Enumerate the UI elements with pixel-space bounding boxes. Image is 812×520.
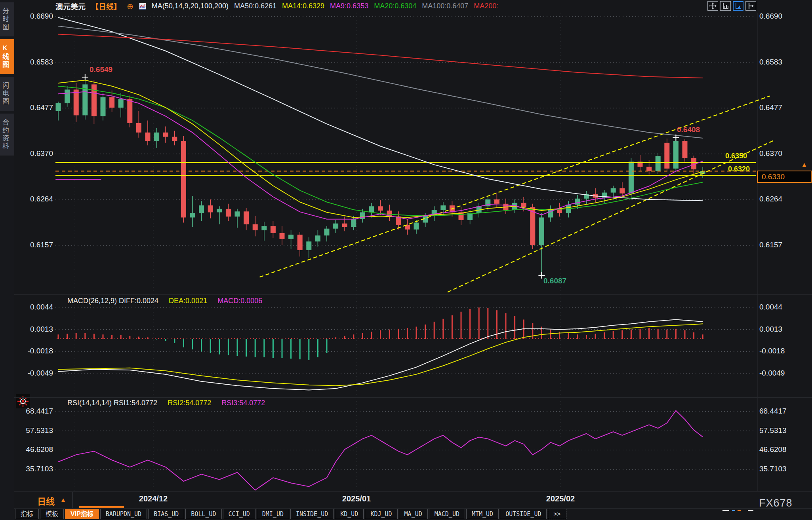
tab-cci_ud[interactable]: CCI_UD (223, 509, 255, 519)
tab-outside_ud[interactable]: OUTSIDE_UD (500, 509, 547, 519)
tab-boll_ud[interactable]: BOLL_UD (185, 509, 221, 519)
chart-header: 澳元美元 【日线】 ⊕ MA(50,14,9,20,100,200) MA50:… (55, 1, 498, 11)
area-scale-icon[interactable] (733, 1, 743, 11)
divider (14, 492, 812, 492)
candles-layer (56, 77, 705, 275)
symbol-title: 澳元美元 (55, 1, 86, 11)
rsi1-label: RSI(14,14,14) RSI1:54.0772 (67, 399, 157, 407)
price-up-arrow-icon: ▲ (801, 161, 808, 169)
rsi3-label: RSI3:54.0772 (221, 399, 265, 407)
ma-legend-item-3: MA20:0.6304 (374, 2, 416, 10)
ma-legend-item-1: MA14:0.6329 (282, 2, 324, 10)
annotation-recent-high: 0.6408 (677, 125, 700, 134)
timeframe-dropdown-icon[interactable]: ▲ (60, 496, 66, 503)
annotation-swing-low: 0.6087 (543, 277, 566, 285)
ma-legend: MA50:0.6261MA14:0.6329MA9:0.6353MA20:0.6… (234, 2, 498, 10)
ma-legend-item-0: MA50:0.6261 (234, 2, 276, 10)
ma-legend-item-5: MA200: (474, 2, 498, 10)
indicator-tab-bar: 指标模板VIP指标BARUPDN_UDBIAS_UDBOLL_UDCCI_UDD… (15, 509, 566, 519)
divider (14, 397, 812, 398)
rsi2-label: RSI2:54.0772 (168, 399, 211, 407)
last-price-box: 0.6330 (757, 171, 812, 183)
rsi-layer (58, 411, 703, 490)
exit-scale-icon[interactable] (745, 1, 756, 11)
mini-chart-icon[interactable] (139, 3, 146, 9)
tab-inside_ud[interactable]: INSIDE_UD (290, 509, 334, 519)
tab-dmi_ud[interactable]: DMI_UD (257, 509, 289, 519)
macd-dea-label: DEA:0.0021 (169, 297, 207, 305)
ma-legend-item-2: MA9:0.6353 (330, 2, 368, 10)
rsi-header: RSI(14,14,14) RSI1:54.0772 RSI2:54.0772 … (67, 399, 265, 407)
ma-legend-item-4: MA100:0.6407 (422, 2, 468, 10)
macd-value-label: MACD:0.0006 (217, 297, 262, 305)
decor-dash (748, 510, 753, 511)
gridlines-layer (55, 13, 757, 491)
tab-ma_ud[interactable]: MA_UD (399, 509, 428, 519)
annotation-swing-high: 0.6549 (90, 65, 112, 74)
tab-mtm_ud[interactable]: MTM_UD (466, 509, 499, 519)
tab-kdj_ud[interactable]: KDJ_UD (365, 509, 397, 519)
add-indicator-icon[interactable]: ⊕ (127, 2, 133, 11)
decor-dash (732, 510, 735, 511)
watermark: FX678 (759, 497, 793, 509)
bar-scale-icon[interactable] (720, 1, 731, 11)
chart-toolbar (707, 1, 756, 11)
macd-header: MACD(26,12,9) DIFF:0.0024 DEA:0.0021 MAC… (67, 297, 262, 305)
timeframe-label[interactable]: 日线 (37, 494, 55, 507)
macd-layer (57, 307, 703, 390)
decor-dash (738, 510, 741, 511)
decor-dash (722, 510, 729, 511)
move-tool-icon[interactable] (707, 1, 718, 11)
tab-macd_ud[interactable]: MACD_UD (429, 509, 465, 519)
live-indicator-icon[interactable] (16, 394, 30, 408)
chart-canvas[interactable] (0, 0, 812, 520)
divider (14, 294, 812, 295)
tab-vip指标[interactable]: VIP指标 (65, 509, 99, 519)
macd-diff-label: MACD(26,12,9) DIFF:0.0024 (67, 297, 158, 305)
trading-app-window: { "sidebar": { "items": [ {"label": "分时图… (0, 0, 812, 520)
chart-scrollbar-thumb[interactable] (79, 506, 124, 508)
period-tag[interactable]: 【日线】 (91, 1, 121, 11)
ma-settings-label: MA(50,14,9,20,100,200) (152, 2, 229, 10)
tab-kd_ud[interactable]: KD_UD (335, 509, 364, 519)
tab->>[interactable]: >> (548, 509, 566, 519)
level-label-6320: 0.6320 (728, 165, 750, 173)
divider (14, 508, 812, 509)
tab-barupdn_ud[interactable]: BARUPDN_UD (100, 509, 147, 519)
timeframe-selector[interactable]: 日线 ▲ (14, 492, 72, 508)
tab-指标[interactable]: 指标 (15, 509, 39, 519)
tab-bias_ud[interactable]: BIAS_UD (148, 509, 184, 519)
tab-模板[interactable]: 模板 (40, 509, 64, 519)
level-label-6350: 0.6350 (725, 152, 747, 160)
